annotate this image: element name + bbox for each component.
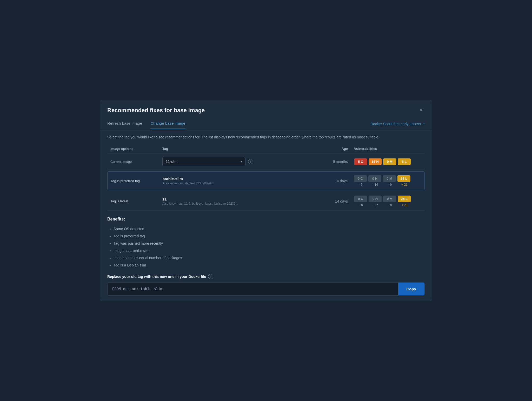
docker-scout-link[interactable]: Docker Scout free early access ↗ <box>370 122 425 129</box>
preferred-tag-info: stable-slim Also known as: stable-202302… <box>163 177 317 185</box>
tag-select-container: 11-slim ▼ <box>162 157 245 166</box>
tab-refresh[interactable]: Refresh base image <box>107 121 142 129</box>
latest-delta-l: + 21 <box>398 203 411 207</box>
latest-badge-l: 26 L <box>398 196 411 202</box>
current-image-info-icon[interactable]: i <box>248 159 253 164</box>
preferred-tag-label: Tag is preferred tag <box>111 179 163 183</box>
latest-tag-name: 11 <box>162 197 318 201</box>
current-image-badges: 5 C 16 H 9 M 5 L <box>354 158 422 165</box>
benefit-item-6: Tag is a Debian slim <box>114 262 425 269</box>
tag-select-wrapper: 11-slim ▼ i <box>162 157 318 166</box>
latest-tag-vulns: 0 C 0 H 0 M 26 L - 5 - 16 - 9 + 21 <box>354 196 422 207</box>
external-link-icon: ↗ <box>422 122 425 126</box>
latest-tag-delta-row: - 5 - 16 - 9 + 21 <box>354 203 422 207</box>
delta-c: - 5 <box>354 183 367 186</box>
latest-delta-h: - 16 <box>369 203 382 207</box>
tabs-row: Refresh base image Change base image Doc… <box>100 116 432 129</box>
description-text: Select the tag you would like to see rec… <box>100 129 432 144</box>
benefits-section: Benefits: Same OS detected Tag is prefer… <box>100 211 432 274</box>
code-row: Copy <box>107 282 425 296</box>
modal-dialog: Recommended fixes for base image × Refre… <box>100 100 432 301</box>
latest-tag-row: Tag is latest 11 Also known as: 11.6, bu… <box>107 192 425 211</box>
delta-h: - 16 <box>369 183 382 186</box>
replace-label: Replace your old tag with this new one i… <box>107 274 425 279</box>
tag-select[interactable]: 11-slim <box>162 157 245 166</box>
delta-m: - 9 <box>383 183 396 186</box>
badge-high: 16 H <box>369 158 382 165</box>
benefit-item-1: Same OS detected <box>114 225 425 232</box>
preferred-tag-vulns: 0 C 0 H 0 M 26 L - 5 - 16 - 9 + 21 <box>354 175 421 186</box>
badge-critical: 5 C <box>354 158 367 165</box>
benefit-item-3: Tag was pushed more recently <box>114 240 425 247</box>
recommendations-table: Image options Tag Age Vulnerabilities Cu… <box>100 144 432 211</box>
replace-section: Replace your old tag with this new one i… <box>100 274 432 301</box>
preferred-badge-h: 0 H <box>368 175 381 182</box>
col-header-age: Age <box>318 147 354 151</box>
current-image-age: 6 months <box>318 159 354 164</box>
preferred-tag-name: stable-slim <box>163 177 317 181</box>
latest-badge-m: 0 M <box>383 196 396 202</box>
modal-title: Recommended fixes for base image <box>107 107 205 114</box>
col-header-tag: Tag <box>162 147 318 151</box>
preferred-badge-c: 0 C <box>354 175 367 182</box>
latest-tag-age: 14 days <box>318 199 354 203</box>
docker-scout-label: Docker Scout free early access <box>370 122 421 126</box>
col-header-image-options: Image options <box>110 147 162 151</box>
latest-tag-alias: Also known as: 11.6, bullseye, latest, b… <box>162 202 318 205</box>
preferred-tag-badge-row: 0 C 0 H 0 M 26 L <box>354 175 421 182</box>
preferred-badge-l: 26 L <box>397 175 410 182</box>
latest-tag-label: Tag is latest <box>110 199 162 203</box>
close-button[interactable]: × <box>417 106 425 114</box>
latest-badge-c: 0 C <box>354 196 367 202</box>
latest-tag-badge-row: 0 C 0 H 0 M 26 L <box>354 196 422 202</box>
delta-l: + 21 <box>398 183 411 186</box>
preferred-tag-alias: Also known as: stable-20230208-slim <box>163 182 317 185</box>
dockerfile-code-field[interactable] <box>108 283 398 295</box>
latest-delta-c: - 5 <box>355 203 368 207</box>
col-header-vulnerabilities: Vulnerabilities <box>354 147 422 151</box>
benefit-item-5: Image contains equal number of packages <box>114 254 425 262</box>
benefits-list: Same OS detected Tag is preferred tag Ta… <box>107 225 425 269</box>
latest-delta-m: - 9 <box>384 203 397 207</box>
replace-info-icon[interactable]: i <box>208 274 213 279</box>
replace-label-text: Replace your old tag with this new one i… <box>107 275 206 279</box>
preferred-tag-row: Tag is preferred tag stable-slim Also kn… <box>107 171 425 190</box>
preferred-badge-m: 0 M <box>383 175 396 182</box>
badge-medium: 9 M <box>383 158 396 165</box>
latest-tag-info: 11 Also known as: 11.6, bullseye, latest… <box>162 197 318 205</box>
benefits-title: Benefits: <box>107 217 425 222</box>
preferred-tag-delta-row: - 5 - 16 - 9 + 21 <box>354 183 421 186</box>
current-image-label: Current image <box>110 160 162 164</box>
copy-button[interactable]: Copy <box>398 283 425 295</box>
benefit-item-4: Image has similar size <box>114 247 425 254</box>
tab-change[interactable]: Change base image <box>150 121 185 129</box>
benefit-item-2: Tag is preferred tag <box>114 232 425 240</box>
current-image-row: Current image 11-slim ▼ i 6 months 5 C 1… <box>107 153 425 170</box>
table-header-row: Image options Tag Age Vulnerabilities <box>107 144 425 153</box>
modal-header: Recommended fixes for base image × <box>100 100 432 114</box>
latest-badge-h: 0 H <box>369 196 382 202</box>
preferred-tag-age: 14 days <box>317 179 354 183</box>
badge-low: 5 L <box>398 158 411 165</box>
tabs-container: Refresh base image Change base image <box>107 121 185 129</box>
